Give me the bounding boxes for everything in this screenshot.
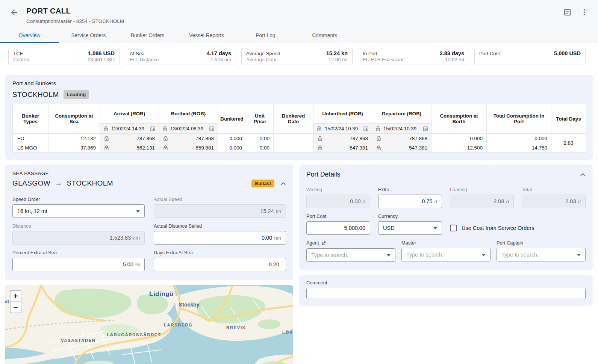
speed-order-field: Speed Order 16 kn, 12 mt	[12, 196, 145, 218]
lock-open-icon	[163, 135, 168, 141]
collapse-chevron-icon[interactable]	[280, 180, 286, 187]
unberthed-date-field[interactable]: 15/02/24 10:39	[313, 124, 372, 134]
map-label-lovber: LÖVBER	[282, 330, 293, 335]
kpi-value: 5,000 USD	[554, 50, 581, 56]
map-label-stockby: Stockby	[179, 302, 199, 308]
col-header-berthed-rob: Berthed (ROB)	[159, 104, 218, 124]
departure-date-field[interactable]: 15/02/24 10:39	[372, 124, 431, 134]
percent-extra-at-sea-input[interactable]: 5.00 %	[12, 258, 145, 271]
port-details-panel: Port Details Waiting 0.00 d Extra 0.75 d	[299, 165, 593, 270]
col-header-unit-price: Unit Price	[246, 104, 274, 134]
tab-port-log[interactable]: Port Log	[236, 29, 295, 43]
loading-field: Loading 2.08 d	[450, 187, 514, 208]
calendar-picker-icon[interactable]	[363, 125, 369, 131]
waiting-field: Waiting 0.00 d	[306, 187, 370, 208]
speed-order-select[interactable]: 16 kn, 12 mt	[12, 204, 145, 218]
calendar-picker-icon[interactable]	[209, 125, 215, 131]
port-cost-input[interactable]: 5,000.00	[306, 221, 370, 235]
master-search-select[interactable]: Type to search.	[401, 248, 491, 261]
zoom-out-button[interactable]: −	[11, 302, 21, 313]
status-badge: Loading	[64, 90, 89, 99]
unit-price-value[interactable]: 0.00	[246, 143, 274, 153]
consumption-at-sea-value: 12.132	[48, 134, 100, 143]
agent-field: Agent Type to search.	[306, 240, 395, 262]
kebab-menu-icon[interactable]	[580, 8, 588, 16]
total-days-value: 2.83	[551, 134, 586, 153]
kpi-value: 15.24 kn	[326, 50, 348, 56]
currency-select[interactable]: USD	[378, 221, 442, 235]
col-header-total-days: Total Days	[551, 104, 586, 134]
kpi-label: At Sea	[130, 51, 145, 56]
total-consumption-value: 0.000	[487, 134, 551, 143]
col-header-bunkered: Bunkered	[218, 104, 246, 134]
col-header-consumption-at-berth: Consumption at Berth	[431, 104, 487, 134]
unberthed-rob-value: 547.381	[313, 143, 372, 153]
actual-distance-sailed-input[interactable]: 0.00 nm	[154, 231, 286, 245]
unit-price-value[interactable]: 0.00	[246, 134, 274, 143]
kpi-label: TCE	[13, 51, 23, 56]
bunkered-date-value[interactable]	[274, 134, 313, 143]
days-extra-at-sea-input[interactable]: 0.20	[154, 258, 286, 271]
tab-vessel-reports[interactable]: Vessel Reports	[177, 29, 236, 43]
extra-input[interactable]: 0.75 d	[378, 195, 442, 208]
consumption-at-berth-value: 0.000	[431, 134, 487, 143]
kpi-value: 12.00 mt	[329, 57, 348, 62]
kpi-value: 1,524 nm	[210, 57, 231, 62]
actual-speed-input: 15.24 kn	[154, 204, 286, 218]
bunkered-value[interactable]: 0.000	[218, 143, 246, 153]
calendar-picker-icon[interactable]	[422, 125, 428, 131]
zoom-in-button[interactable]: +	[11, 291, 21, 302]
comment-input[interactable]	[306, 288, 586, 299]
kpi-card-average-speed: Average Speed15.24 kn Average Cons.12.00…	[241, 48, 353, 65]
total-field: Total 2.83 d	[522, 187, 586, 208]
kpi-value: 2.83 days	[440, 50, 464, 56]
tab-bunker-orders[interactable]: Bunker Orders	[118, 29, 177, 43]
tab-service-orders[interactable]: Service Orders	[59, 29, 118, 43]
currency-field: Currency USD	[378, 213, 442, 235]
lock-open-icon	[376, 135, 382, 141]
back-icon[interactable]	[10, 8, 20, 18]
departure-date-value: 15/02/24 10:39	[383, 126, 416, 131]
kpi-label: Average Cons.	[246, 57, 279, 62]
tab-overview[interactable]: Overview	[0, 29, 59, 43]
kpi-card-in-port: In Port2.83 days EU ETS Emissions10.02 m…	[358, 48, 469, 65]
calendar-icon[interactable]	[563, 8, 571, 16]
col-header-bunkered-date: Bunkered Date	[274, 104, 313, 134]
sea-passage-title: SEA PASSAGE	[12, 171, 113, 176]
consumption-at-berth-value: 12.500	[431, 143, 487, 153]
port-name: STOCKHOLM	[12, 91, 59, 99]
agent-search-select[interactable]: Type to search.	[306, 248, 395, 262]
arrival-date-field[interactable]: 12/02/24 14:39	[100, 124, 159, 134]
tab-comments[interactable]: Comments	[295, 29, 354, 43]
map-zoom-control: + −	[10, 290, 21, 313]
bunker-type: LS MGO	[13, 143, 48, 153]
map-widget[interactable]: Lidingö Stockby LARSBERG BREVIK LÖVBER L…	[5, 285, 293, 364]
master-field: Master Type to search.	[401, 240, 491, 262]
route-to: STOCKHOLM	[67, 179, 113, 187]
map-label-lidingo: Lidingö	[149, 290, 174, 298]
external-link-icon[interactable]	[321, 240, 326, 246]
port-cost-field: Port Cost 5,000.00	[306, 213, 370, 235]
lock-open-icon	[317, 135, 323, 141]
map-label-brevik: BREVIK	[226, 325, 246, 330]
berthed-date-field[interactable]: 13/02/24 08:39	[159, 124, 218, 134]
map-label-edge-cut: ol	[5, 299, 9, 304]
map-label-ladugardsgardet: LADUGÅRDSGÄRDET	[107, 332, 161, 337]
collapse-chevron-icon[interactable]	[580, 171, 586, 178]
col-header-arrival-rob: Arrival (ROB)	[100, 104, 159, 124]
bunkered-value[interactable]: 0.000	[218, 134, 246, 143]
kpi-label: EU ETS Emissions	[363, 57, 404, 62]
kpi-label: Average Speed	[246, 51, 280, 56]
total-consumption-value: 14.750	[487, 143, 551, 153]
port-and-bunkers-panel: Port and Bunkers STOCKHOLM Loading Bunke…	[5, 75, 593, 160]
table-row-fo: FO 12.132 787.868 787.868 0.000 0.00 787…	[13, 134, 586, 143]
top-bar: PORT CALL ConsumptionMaster - 8354 - STO…	[0, 0, 598, 43]
bunkers-table: Bunker Types Consumption at Sea Arrival …	[12, 104, 586, 153]
kpi-label: Est. Distance	[130, 57, 159, 62]
bunkered-date-value[interactable]	[274, 143, 313, 153]
calendar-picker-icon[interactable]	[150, 125, 156, 131]
use-cost-checkbox[interactable]	[450, 225, 457, 231]
port-captain-search-select[interactable]: Type to search.	[497, 248, 586, 261]
port-and-bunkers-title: Port and Bunkers	[12, 80, 586, 86]
col-header-bunker-types: Bunker Types	[13, 104, 48, 134]
